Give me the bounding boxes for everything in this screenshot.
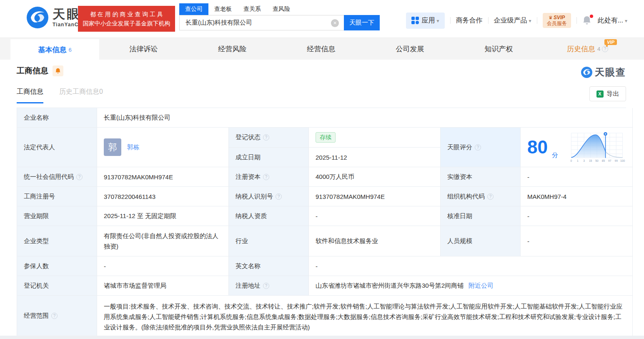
divider: [537, 17, 537, 24]
field-label-credit-code: 统一社会信用代码: [17, 167, 97, 187]
field-label-reg-number: 工商注册号: [17, 187, 97, 206]
subtab-business-info[interactable]: 工商信息: [17, 88, 43, 103]
label-text: 组织机构代码: [447, 193, 485, 201]
status-badge: 存续: [316, 132, 336, 143]
field-value-insured-count: -: [97, 256, 229, 276]
tab-legal-litigation[interactable]: 法律诉讼: [99, 38, 188, 60]
svip-member-button[interactable]: SVIP 会员服务: [543, 13, 571, 28]
help-icon[interactable]: [276, 193, 282, 200]
score-number: 80: [527, 138, 548, 156]
svg-text:0: 0: [570, 159, 572, 162]
field-value-reg-capital: 4000万人民币: [309, 167, 441, 187]
svip-label: SVIP: [547, 15, 567, 20]
business-cooperation-link[interactable]: 商务合作: [456, 16, 483, 25]
help-icon[interactable]: [76, 174, 83, 180]
tab-intellectual-property[interactable]: 知识产权: [454, 38, 543, 60]
enterprise-products-menu[interactable]: 企业级产品: [494, 16, 531, 25]
search-tabs: 查公司 查老板 查关系 查风险: [179, 3, 380, 15]
help-icon[interactable]: [263, 174, 269, 180]
field-value-approval-date: -: [521, 206, 633, 226]
divider: [576, 17, 577, 24]
slogan-line1: 都 在 用 的 商 业 查 询 工 具: [90, 10, 163, 18]
field-value-legal-rep: 郭 郭栋: [97, 128, 229, 167]
field-value-tyc-score[interactable]: 80 分: [521, 128, 633, 167]
help-icon[interactable]: [475, 144, 481, 151]
help-icon[interactable]: [263, 283, 269, 289]
field-label-biz-term: 营业期限: [17, 206, 97, 226]
nearby-companies-link[interactable]: 附近公司: [469, 282, 494, 290]
tab-operation-info[interactable]: 经营信息: [277, 38, 366, 60]
field-label-insured-count: 参保人数: [17, 256, 97, 276]
field-value-est-date: 2025-11-12: [309, 148, 441, 167]
search-input[interactable]: [180, 15, 344, 30]
score-distribution-chart: 0 1 3 15 50 85 97 99 100: [568, 131, 626, 163]
svg-text:85: 85: [602, 159, 605, 162]
apps-grid-icon: [411, 17, 419, 24]
tab-history-info[interactable]: VIP 历史信息 4: [543, 38, 632, 60]
label-text: 注册资本: [236, 173, 261, 181]
tab-label: 公司发展: [396, 44, 424, 54]
search-tab-company[interactable]: 查公司: [179, 3, 208, 15]
field-value-taxpayer-id: 91370782MAK0MH974E: [309, 187, 441, 206]
search-button[interactable]: 天眼一下: [344, 15, 380, 30]
field-label-est-date: 成立日期: [229, 148, 309, 167]
svg-text:50: 50: [595, 159, 599, 162]
tab-label: 经营风险: [218, 44, 247, 54]
help-icon[interactable]: [263, 134, 269, 141]
field-value-credit-code: 91370782MAK0MH974E: [97, 167, 229, 187]
tab-company-development[interactable]: 公司发展: [366, 38, 454, 60]
field-value-biz-scope: 一般项目:技术服务、技术开发、技术咨询、技术交流、技术转让、技术推广;软件开发;…: [97, 296, 633, 336]
label-text: 登记状态: [236, 133, 261, 141]
subscribe-bell-button[interactable]: [53, 65, 63, 76]
company-nav-tabs: 基本信息 6 法律诉讼 经营风险 经营信息 公司发展 知识产权 VIP 历史信息…: [0, 38, 644, 60]
divider: [450, 17, 451, 24]
page-bottom-strip: [0, 336, 644, 339]
field-value-biz-term: 2025-11-12 至 无固定期限: [97, 206, 229, 226]
business-info-subtabs: 工商信息 历史工商信息0: [17, 88, 103, 103]
score-curve-tail: [605, 151, 622, 157]
search-tab-risk[interactable]: 查风险: [267, 3, 296, 15]
svg-text:100: 100: [620, 159, 625, 162]
bell-icon: [55, 68, 61, 74]
tab-operation-risk[interactable]: 经营风险: [188, 38, 277, 60]
user-account-menu[interactable]: 此处有...: [598, 16, 627, 25]
tab-label: 知识产权: [485, 44, 513, 54]
logo-eye-icon: [27, 7, 48, 28]
notification-bell-icon[interactable]: [582, 15, 592, 25]
tab-label: 经营信息: [307, 44, 336, 54]
legal-rep-link[interactable]: 郭栋: [127, 143, 140, 151]
legal-rep-avatar: 郭: [104, 138, 121, 156]
field-value-paid-capital: -: [521, 167, 633, 187]
score-axis-ticks: 0 1 3 15 50 85 97 99 100: [570, 159, 625, 162]
field-label-reg-capital: 注册资本: [229, 167, 309, 187]
export-button[interactable]: 导出: [589, 86, 626, 101]
field-label-legal-rep: 法定代表人: [17, 128, 97, 167]
field-label-reg-authority: 登记机关: [17, 276, 97, 296]
svg-text:99: 99: [614, 159, 618, 162]
notification-red-dot: [590, 15, 593, 18]
business-info-table: 企业名称 长重(山东)科技有限公司 法定代表人 郭 郭栋 登记状态 存续 成立日…: [17, 108, 626, 336]
subtab-history-business-info[interactable]: 历史工商信息0: [59, 88, 103, 103]
svip-service-label: 会员服务: [547, 20, 567, 26]
apps-menu-button[interactable]: 应用: [406, 13, 445, 29]
tab-basic-info[interactable]: 基本信息 6: [10, 39, 99, 60]
tab-count: 6: [68, 47, 71, 53]
field-label-paid-capital: 实缴资本: [441, 167, 521, 187]
help-icon[interactable]: [487, 193, 494, 200]
field-value-staff-size: -: [521, 226, 633, 256]
logo-eye-icon: [581, 67, 592, 78]
help-icon[interactable]: [51, 313, 58, 319]
watermark-text: 天眼查: [595, 66, 626, 79]
tab-count: 4: [597, 46, 600, 52]
field-value-org-code: MAK0MH97-4: [521, 187, 633, 206]
svg-text:97: 97: [608, 159, 611, 162]
field-label-staff-size: 人员规模: [441, 226, 521, 256]
top-header: 天眼查 TianYanCha.com 都 在 用 的 商 业 查 询 工 具 国…: [0, 0, 644, 38]
search-tab-relation[interactable]: 查关系: [238, 3, 267, 15]
vip-badge: VIP: [604, 39, 617, 45]
header-right-menu: 应用 商务合作 企业级产品 SVIP 会员服务 此处有...: [406, 12, 627, 29]
search-tab-boss[interactable]: 查老板: [208, 3, 238, 15]
clear-search-icon[interactable]: [331, 19, 339, 27]
score-marker-pin-dot: [605, 133, 606, 135]
field-label-biz-scope: 经营范围: [17, 296, 97, 336]
